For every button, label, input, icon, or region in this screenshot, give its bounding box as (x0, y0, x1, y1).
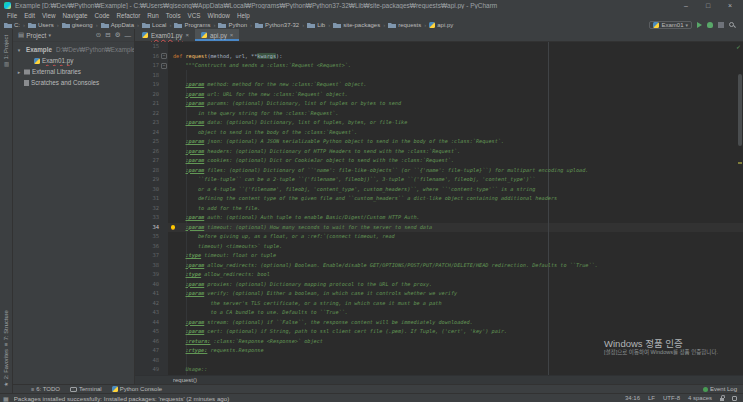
editor-line[interactable]: 32 to add for the file. (135, 204, 743, 214)
breadcrumb-item-lib[interactable]: Lib (307, 22, 325, 28)
line-number[interactable]: 21 (135, 99, 168, 109)
event-log-button[interactable]: Event Log (703, 386, 737, 392)
editor-line[interactable]: 16−def request(method, url, **kwargs): (135, 52, 743, 62)
line-ending[interactable]: LF (648, 395, 655, 401)
intention-bulb-icon[interactable] (171, 225, 175, 229)
inspections-profile-icon[interactable] (732, 396, 737, 401)
menu-item-edit[interactable]: Edit (21, 11, 38, 20)
editor-line[interactable]: 48 (135, 356, 743, 366)
editor-line[interactable]: 24 object to send in the body of the :cl… (135, 128, 743, 138)
close-button[interactable]: × (719, 0, 741, 11)
editor-line[interactable]: 46 :return: :class:`Response <Response>`… (135, 337, 743, 347)
editor-line[interactable]: 20 :param url: URL for the new :class:`R… (135, 90, 743, 100)
editor-line[interactable]: 45 :param cert: (optional) if String, pa… (135, 327, 743, 337)
editor-line[interactable]: 39 :type allow_redirects: bool (135, 270, 743, 280)
line-number[interactable]: 18 (135, 71, 168, 81)
line-number[interactable]: 28 (135, 166, 168, 176)
editor-line[interactable]: 47 :rtype: requests.Response (135, 346, 743, 356)
stripe-button-1-project[interactable]: ▤1: Project (3, 35, 9, 68)
line-number[interactable]: 40 (135, 280, 168, 290)
tree-collapsed-icon[interactable]: ▸ (16, 69, 22, 75)
maximize-button[interactable]: □ (697, 0, 719, 11)
menu-item-window[interactable]: Window (205, 11, 233, 20)
run-configuration-select[interactable]: Exam01 ▾ (649, 21, 692, 29)
editor-line[interactable]: 34 :param timeout: (optional) How many s… (135, 223, 743, 233)
editor-line[interactable]: 49 Usage:: (135, 365, 743, 375)
debug-button[interactable] (707, 22, 713, 28)
editor-line[interactable]: 41 :param verify: (optional) Either a bo… (135, 289, 743, 299)
line-number[interactable]: 31 (135, 194, 168, 204)
breadcrumb-member[interactable]: request() (135, 377, 197, 383)
menu-item-file[interactable]: File (4, 11, 20, 20)
breadcrumb-item-python3732[interactable]: Python37-32 (255, 22, 299, 28)
minimize-button[interactable]: – (675, 0, 697, 11)
line-number[interactable]: 26 (135, 147, 168, 157)
line-number[interactable]: 25 (135, 137, 168, 147)
line-number[interactable]: 29 (135, 175, 168, 185)
breadcrumb-item-requests[interactable]: requests (388, 22, 421, 28)
line-number[interactable]: 22 (135, 109, 168, 119)
line-number[interactable]: 36 (135, 242, 168, 252)
chevron-down-icon[interactable]: ▾ (48, 32, 51, 38)
editor-line[interactable]: 37 :type timeout: float or tuple (135, 251, 743, 261)
editor-line[interactable]: 29 ``file-tuple`` can be a 2-tuple ``('f… (135, 175, 743, 185)
line-number[interactable]: 41 (135, 289, 168, 299)
tool-window-switcher-icon[interactable]: ▦ (3, 395, 9, 402)
editor-line[interactable]: 33 :param auth: (optional) Auth tuple to… (135, 213, 743, 223)
breadcrumb-item-users[interactable]: Users (28, 22, 54, 28)
line-number[interactable]: 49 (135, 365, 168, 375)
gear-icon[interactable]: ⚙ (115, 31, 121, 39)
editor-line[interactable]: 31 defining the content type of the give… (135, 194, 743, 204)
line-number[interactable]: 24 (135, 128, 168, 138)
editor-scrollbar[interactable] (738, 74, 742, 146)
editor-line[interactable]: 17− """Constructs and sends a :class:`Re… (135, 61, 743, 71)
line-number[interactable]: 39 (135, 270, 168, 280)
search-everywhere-icon[interactable] (729, 22, 734, 27)
menu-item-refactor[interactable]: Refactor (113, 11, 143, 20)
line-number[interactable]: 30 (135, 185, 168, 195)
line-number[interactable]: 20 (135, 90, 168, 100)
breadcrumb-item-giseong[interactable]: giseong (62, 22, 93, 28)
line-number[interactable]: 48 (135, 356, 168, 366)
editor-line[interactable]: 22 in the query string for the :class:`R… (135, 109, 743, 119)
line-number[interactable]: 17− (135, 61, 168, 71)
menu-item-code[interactable]: Code (91, 11, 112, 20)
editor-line[interactable]: 15 (135, 42, 743, 52)
editor-line[interactable]: 26 :param headers: (optional) Dictionary… (135, 147, 743, 157)
close-icon[interactable]: × (186, 32, 190, 38)
line-number[interactable]: 38 (135, 261, 168, 271)
editor-line[interactable]: 44 :param stream: (optional) if ``False`… (135, 318, 743, 328)
editor-line[interactable]: 18 (135, 71, 743, 81)
stripe-button-7-structure[interactable]: ≡7: Structure (3, 310, 9, 345)
line-number[interactable]: 34 (135, 223, 168, 233)
breadcrumb-item-appdata[interactable]: AppData (101, 22, 134, 28)
editor-line[interactable]: 42 the server's TLS certificate, or a st… (135, 299, 743, 309)
close-icon[interactable]: × (230, 32, 234, 38)
line-number[interactable]: 35 (135, 232, 168, 242)
tree-expanded-icon[interactable]: ▾ (16, 47, 22, 53)
editor-line[interactable]: 38 :param allow_redirects: (optional) Bo… (135, 261, 743, 271)
breadcrumb-item-local[interactable]: Local (142, 22, 166, 28)
menu-item-navigate[interactable]: Navigate (60, 11, 91, 20)
locate-file-icon[interactable]: ⊙ (96, 31, 101, 39)
editor[interactable]: 1516−def request(method, url, **kwargs):… (135, 42, 743, 375)
editor-tab-exam01-py[interactable]: Exam01.py× (136, 29, 195, 41)
line-number[interactable]: 32 (135, 204, 168, 214)
editor-line[interactable]: 25 :param json: (optional) A JSON serial… (135, 137, 743, 147)
line-number[interactable]: 42 (135, 299, 168, 309)
project-tree-item-external-libraries[interactable]: ▸External Libraries (13, 66, 134, 77)
menu-item-tools[interactable]: Tools (163, 11, 184, 20)
collapse-all-icon[interactable]: ⊟ (105, 31, 110, 39)
warning-stripe-mark[interactable] (738, 162, 742, 164)
project-tree-item-exam01-py[interactable]: Exam01.py (13, 55, 134, 66)
line-number[interactable]: 47 (135, 346, 168, 356)
run-button[interactable] (697, 22, 702, 28)
tool-window-button-6-todo[interactable]: ≡6: TODO (31, 386, 60, 392)
menu-item-run[interactable]: Run (144, 11, 162, 20)
file-encoding[interactable]: UTF-8 (663, 395, 680, 401)
editor-line[interactable]: 23 :param data: (optional) Dictionary, l… (135, 118, 743, 128)
line-number[interactable]: 44 (135, 318, 168, 328)
caret-position[interactable]: 34:16 (625, 395, 640, 401)
editor-line[interactable]: 19 :param method: method for the new :cl… (135, 80, 743, 90)
stripe-button-2-favorites[interactable]: ★2: Favorites (3, 349, 9, 387)
